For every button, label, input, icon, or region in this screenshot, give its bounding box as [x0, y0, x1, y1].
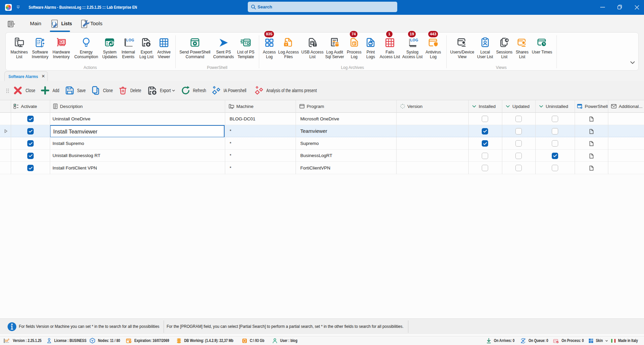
svg-text:10: 10: [5, 339, 8, 342]
svg-text:9: 9: [8, 338, 9, 341]
